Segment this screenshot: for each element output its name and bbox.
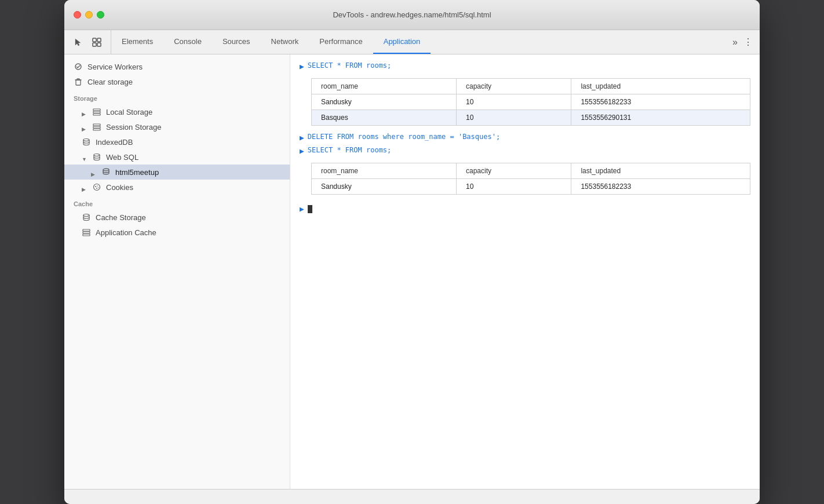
query2-prompt[interactable]: ▶ [300, 133, 304, 143]
svg-rect-0 [93, 38, 96, 42]
minimize-button[interactable] [85, 11, 93, 19]
session-storage-chevron [82, 124, 87, 130]
indexeddb-icon [82, 137, 91, 147]
t2r1-capacity: 10 [456, 179, 571, 195]
svg-rect-21 [83, 232, 90, 233]
table1-col-room-name: room_name [312, 79, 457, 94]
web-sql-icon [92, 152, 101, 162]
table1-col-capacity: capacity [456, 79, 571, 94]
sidebar-item-web-sql[interactable]: Web SQL [64, 149, 290, 165]
svg-rect-22 [83, 234, 90, 236]
input-prompt: ▶ [300, 204, 304, 214]
tabs: Elements Console Sources Network Perform… [111, 30, 725, 54]
tab-elements[interactable]: Elements [111, 30, 163, 54]
query3-code: SELECT * FROM rooms; [308, 146, 392, 154]
titlebar: DevTools - andrew.hedges.name/html5/sql.… [64, 0, 760, 30]
more-tabs-icon: » [732, 37, 738, 48]
local-storage-chevron [82, 109, 87, 115]
text-cursor [308, 205, 312, 213]
result-table-2: room_name capacity last_updated Sandusky… [311, 163, 750, 195]
svg-point-14 [94, 184, 100, 191]
query1-code: SELECT * FROM rooms; [308, 61, 392, 70]
sidebar-item-indexeddb[interactable]: IndexedDB [64, 134, 290, 149]
sidebar-item-app-cache[interactable]: Application Cache [64, 225, 290, 240]
cookies-chevron [82, 184, 87, 190]
svg-rect-3 [97, 43, 101, 46]
svg-point-17 [96, 188, 97, 189]
clear-storage-icon [74, 77, 83, 86]
table-row: Sandusky 10 1553556182233 [312, 94, 750, 110]
svg-point-15 [95, 186, 96, 187]
cursor-line[interactable]: ▶ [300, 204, 750, 214]
sidebar-item-service-workers[interactable]: Service Workers [64, 59, 290, 74]
cache-section-header: Cache [64, 195, 290, 210]
table-row: Sandusky 10 1553556182233 [312, 179, 750, 195]
sidebar-item-clear-storage[interactable]: Clear storage [64, 74, 290, 89]
query1-prompt[interactable]: ▶ [300, 62, 304, 71]
inspect-icon[interactable] [89, 34, 105, 50]
tab-console[interactable]: Console [163, 30, 212, 54]
sidebar-item-html5meetup[interactable]: html5meetup [64, 165, 290, 180]
t1r2-last-updated: 1553556290131 [571, 110, 750, 126]
statusbar [64, 489, 760, 504]
svg-point-12 [94, 154, 100, 156]
tab-application[interactable]: Application [373, 30, 431, 54]
html5meetup-icon [101, 167, 111, 177]
t2r1-last-updated: 1553556182233 [571, 179, 750, 195]
toolbar-icons [64, 30, 111, 54]
svg-rect-1 [97, 38, 101, 42]
svg-rect-6 [93, 111, 100, 113]
query1-line: ▶ SELECT * FROM rooms; [300, 61, 750, 71]
window-title: DevTools - andrew.hedges.name/html5/sql.… [333, 10, 491, 19]
table2-col-capacity: capacity [456, 163, 571, 179]
svg-rect-9 [93, 126, 100, 128]
sidebar-item-cache-storage[interactable]: Cache Storage [64, 210, 290, 225]
svg-point-18 [98, 187, 99, 188]
maximize-button[interactable] [97, 11, 104, 19]
menu-icon: ⋮ [743, 36, 753, 48]
toolbar-more[interactable]: » ⋮ [725, 30, 760, 54]
table-row: Basques 10 1553556290131 [312, 110, 750, 126]
app-cache-icon [82, 228, 91, 237]
tab-network[interactable]: Network [261, 30, 309, 54]
table2-col-room-name: room_name [312, 163, 457, 179]
table1-col-last-updated: last_updated [571, 79, 750, 94]
svg-point-11 [83, 139, 89, 141]
cache-storage-icon [82, 213, 91, 222]
main-content: Service Workers Clear storage Storage [64, 54, 760, 489]
t2r1-room-name: Sandusky [312, 179, 457, 195]
result-table-1: room_name capacity last_updated Sandusky… [311, 78, 750, 126]
svg-rect-5 [93, 109, 100, 111]
svg-point-16 [97, 185, 98, 187]
t1r1-room-name: Sandusky [312, 94, 457, 110]
sql-panel: ▶ SELECT * FROM rooms; room_name capacit… [290, 54, 760, 489]
query3-prompt[interactable]: ▶ [300, 147, 304, 156]
storage-section-header: Storage [64, 89, 290, 104]
svg-rect-10 [93, 129, 100, 130]
sidebar-item-local-storage[interactable]: Local Storage [64, 104, 290, 119]
service-workers-icon [74, 62, 83, 71]
table2-col-last-updated: last_updated [571, 163, 750, 179]
sidebar-item-cookies[interactable]: Cookies [64, 180, 290, 195]
query2-code: DELETE FROM rooms where room_name = 'Bas… [308, 133, 500, 141]
svg-rect-7 [93, 114, 100, 115]
sidebar-item-session-storage[interactable]: Session Storage [64, 119, 290, 134]
session-storage-icon [92, 122, 101, 132]
close-button[interactable] [74, 11, 81, 19]
local-storage-icon [92, 107, 101, 116]
svg-point-19 [83, 214, 89, 217]
tab-performance[interactable]: Performance [309, 30, 373, 54]
toolbar: Elements Console Sources Network Perform… [64, 30, 760, 54]
svg-point-13 [103, 169, 109, 171]
cursor-icon[interactable] [70, 34, 86, 50]
svg-rect-2 [93, 43, 96, 46]
html5meetup-chevron [91, 169, 97, 175]
t1r1-capacity: 10 [456, 94, 571, 110]
sidebar: Service Workers Clear storage Storage [64, 54, 290, 489]
query2-line: ▶ DELETE FROM rooms where room_name = 'B… [300, 133, 750, 143]
tab-sources[interactable]: Sources [212, 30, 261, 54]
t1r2-room-name: Basques [312, 110, 457, 126]
t1r1-last-updated: 1553556182233 [571, 94, 750, 110]
t1r2-capacity: 10 [456, 110, 571, 126]
cookies-icon [92, 182, 101, 192]
